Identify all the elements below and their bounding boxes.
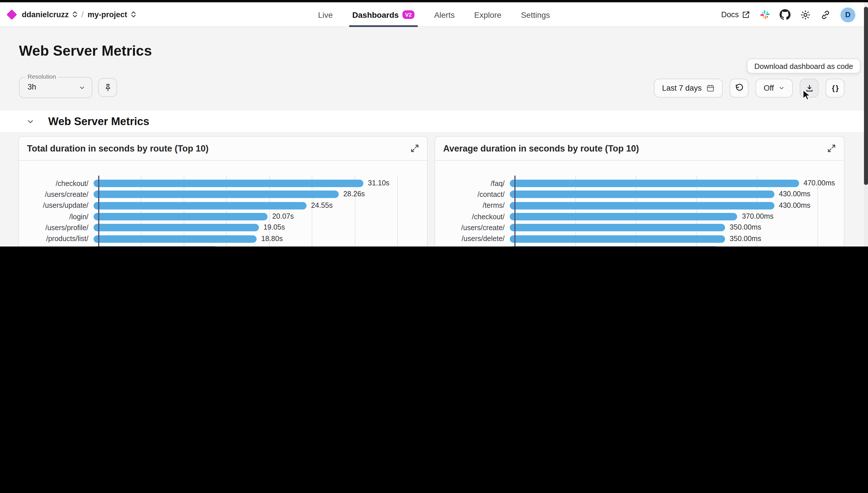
bar-track: 20.07s	[93, 213, 411, 220]
bar[interactable]	[93, 180, 363, 187]
bar[interactable]	[93, 246, 218, 246]
bar-track: 18.80s	[93, 235, 411, 242]
header-actions: Docs D	[721, 2, 855, 27]
section-header: Web Server Metrics	[0, 111, 868, 132]
bar[interactable]	[510, 235, 725, 242]
grid-line	[514, 176, 515, 246]
bar-value-label: 18.80s	[261, 234, 283, 242]
page-scrollbar[interactable]	[864, 2, 868, 246]
chevron-down-icon	[779, 85, 785, 91]
share-link-button[interactable]	[820, 9, 831, 20]
docs-label: Docs	[721, 10, 739, 19]
docs-link[interactable]: Docs	[721, 10, 750, 19]
nav-item-alerts[interactable]: Alerts	[434, 2, 455, 27]
bar-row: /users/create/28.26s	[19, 189, 411, 200]
nav-item-label: Settings	[521, 10, 550, 19]
panel-header: Average duration in seconds by route (To…	[435, 136, 844, 161]
bar-category-label: /checkout/	[435, 213, 510, 221]
breadcrumb-separator: /	[82, 10, 84, 19]
bar[interactable]	[510, 213, 737, 220]
braces-icon: { }	[832, 84, 838, 92]
bar-category-label: /contact/	[435, 191, 510, 198]
bar[interactable]	[510, 180, 799, 187]
bar-value-label: 430.00ms	[779, 190, 810, 198]
bar-value-label: 350.00ms	[729, 223, 761, 232]
bar-value-label: 430.00ms	[779, 201, 810, 209]
avatar[interactable]: D	[841, 7, 855, 22]
expand-icon[interactable]	[410, 144, 419, 153]
bar-value-label: 28.26s	[343, 190, 365, 198]
github-button[interactable]	[780, 9, 790, 20]
chevron-updown-icon	[131, 11, 136, 18]
time-range-button[interactable]: Last 7 days	[654, 79, 723, 98]
nav-item-explore[interactable]: Explore	[474, 2, 502, 27]
bar[interactable]	[93, 213, 268, 220]
bar-category-label: /users/profile/	[19, 224, 93, 232]
panel-title: Total duration in seconds by route (Top …	[27, 143, 209, 153]
bar-rows: /faq/470.00ms/contact/430.00ms/terms/430…	[435, 178, 828, 246]
nav-item-label: Live	[318, 10, 333, 19]
calendar-icon	[706, 84, 715, 92]
bar-row: /checkout/31.10s	[19, 178, 411, 189]
chevron-down-icon[interactable]	[26, 117, 35, 126]
resolution-select[interactable]: Resolution 3h	[19, 77, 92, 98]
slack-icon	[760, 10, 770, 20]
nav-item-settings[interactable]: Settings	[521, 2, 550, 27]
bar[interactable]	[510, 246, 719, 246]
bar[interactable]	[510, 224, 725, 232]
bar-track: 370.00ms	[510, 213, 828, 220]
bar[interactable]	[510, 202, 775, 209]
bar-category-label: /cart/add/	[19, 246, 93, 246]
bar[interactable]	[93, 202, 306, 209]
app-window: ddanielcruzz / my-project LiveDashboards…	[0, 0, 868, 246]
bar-row: /users/delete/350.00ms	[435, 233, 828, 244]
bar-category-label: /products/list/	[19, 235, 93, 243]
bar-row: /contact/430.00ms	[435, 189, 828, 200]
auto-refresh-select[interactable]: Off	[756, 79, 793, 98]
refresh-icon	[734, 83, 744, 93]
bar[interactable]	[510, 191, 775, 198]
bar-category-label: /checkout/	[19, 179, 93, 187]
panel-title: Average duration in seconds by route (To…	[443, 143, 639, 153]
bar-category-label: /users/create/	[19, 191, 93, 198]
bar[interactable]	[93, 191, 339, 198]
theme-toggle-button[interactable]	[800, 9, 810, 20]
pin-dashboard-button[interactable]	[98, 78, 117, 97]
bar[interactable]	[93, 224, 259, 232]
slack-button[interactable]	[760, 10, 770, 20]
bar-row: /login/20.07s	[19, 211, 411, 222]
json-view-button[interactable]: { }	[826, 79, 845, 98]
refresh-button[interactable]	[729, 79, 748, 98]
bar-value-label: 350.00ms	[729, 234, 761, 242]
bar-row: /search/340.00ms	[435, 244, 828, 246]
chevron-down-icon	[79, 84, 86, 91]
bar-row: /users/create/350.00ms	[435, 222, 828, 233]
bar-row: /faq/470.00ms	[435, 178, 828, 189]
download-tooltip: Download dashboard as code	[747, 59, 861, 73]
page-title: Web Server Metrics	[19, 42, 152, 59]
bar-category-label: /terms/	[435, 201, 510, 210]
bar-track: 350.00ms	[510, 235, 828, 242]
version-badge: V2	[402, 10, 415, 19]
project-switcher[interactable]: my-project	[88, 10, 136, 19]
bar-category-label: /users/update/	[19, 201, 93, 210]
bar-row: /products/list/18.80s	[19, 233, 411, 244]
nav-item-dashboards[interactable]: DashboardsV2	[352, 2, 415, 27]
expand-icon[interactable]	[827, 144, 836, 153]
main-nav: LiveDashboardsV2AlertsExploreSettings	[318, 2, 550, 27]
resolution-label: Resolution	[25, 73, 58, 80]
link-icon	[820, 9, 831, 20]
bar-chart: /faq/470.00ms/contact/430.00ms/terms/430…	[435, 161, 844, 246]
org-switcher[interactable]: ddanielcruzz	[22, 10, 78, 19]
bar-track: 470.00ms	[510, 180, 828, 187]
panel-average-duration-by-route: Average duration in seconds by route (To…	[435, 136, 845, 246]
bar-category-label: /faq/	[435, 179, 510, 187]
bar-value-label: 24.55s	[311, 201, 333, 209]
scrollbar-thumb[interactable]	[864, 7, 868, 185]
bar-track: 28.26s	[93, 191, 411, 198]
top-black-strip	[0, 0, 868, 2]
nav-item-label: Dashboards	[352, 10, 399, 19]
bar-row: /checkout/370.00ms	[435, 211, 828, 222]
nav-item-live[interactable]: Live	[318, 2, 333, 27]
bar[interactable]	[93, 235, 257, 242]
